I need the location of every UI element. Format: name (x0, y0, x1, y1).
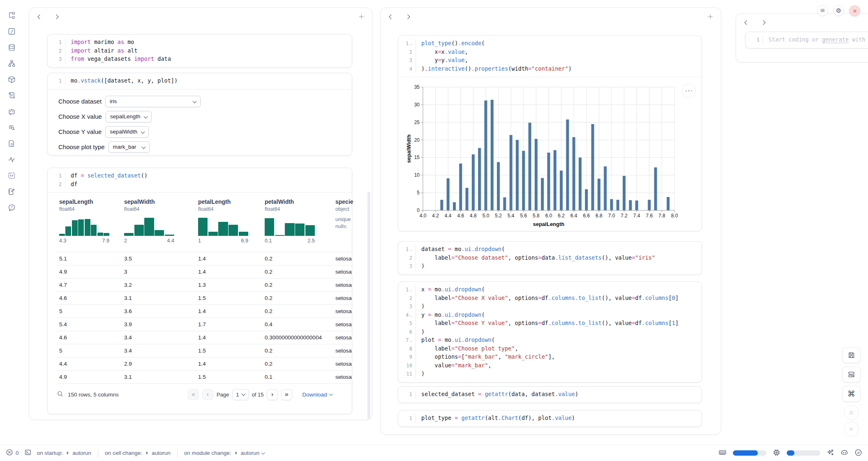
add-cell-button[interactable] (358, 14, 365, 21)
code-line[interactable]: 6) (398, 328, 702, 337)
nav-back-icon[interactable] (37, 14, 42, 19)
code-line[interactable]: 5 label="Choose Y value", options=df.col… (398, 319, 702, 328)
code-editor[interactable]: 1import marimo as mo2import altair as al… (48, 35, 352, 67)
column-name[interactable]: petalLength (198, 198, 262, 205)
search-documentation-icon[interactable] (7, 123, 16, 132)
fold-chevron-icon[interactable]: ⌄ (410, 40, 412, 47)
code-line[interactable]: 1⌄plot_type().encode( (398, 39, 702, 48)
code-line[interactable]: 10 value="mark_bar", (398, 362, 702, 370)
code-input[interactable]: Start coding or generate with (763, 36, 868, 44)
ai-chat-icon[interactable] (7, 107, 16, 116)
nav-forward-icon[interactable] (761, 20, 765, 25)
run-button[interactable] (844, 422, 859, 437)
panel-layout-button[interactable] (842, 366, 861, 383)
menu-button[interactable] (817, 5, 828, 16)
nav-forward-icon[interactable] (54, 14, 58, 19)
functions-icon[interactable]: ƒ (7, 27, 16, 36)
scrollbar-thumb[interactable] (367, 192, 370, 419)
nav-back-icon[interactable] (389, 14, 393, 19)
logs-icon[interactable] (7, 91, 16, 100)
chart-menu-button[interactable] (682, 84, 696, 98)
code-editor[interactable]: 1mo.vstack([dataset, x, y, plot]) (48, 73, 352, 89)
nav-forward-icon[interactable] (405, 14, 410, 19)
code-line[interactable]: 9 options=["mark_bar", "mark_circle"], (398, 353, 702, 362)
database-icon[interactable] (7, 43, 16, 52)
connection-status-icon[interactable] (854, 449, 862, 458)
table-row[interactable]: 4.63.41.40.30000000000000004setosa (57, 331, 353, 344)
download-button[interactable]: Download (302, 392, 332, 398)
table-row[interactable]: 5.13.51.40.2setosa (57, 252, 353, 265)
table-row[interactable]: 53.41.50.2setosa (57, 344, 353, 357)
code-line[interactable]: 2 label="Choose X value", options=df.col… (398, 294, 702, 303)
column-name[interactable]: sepalLength (59, 198, 122, 205)
search-icon[interactable] (57, 390, 64, 399)
code-line[interactable]: 3) (398, 302, 702, 311)
code-line[interactable]: 2df (48, 180, 352, 189)
code-editor[interactable]: 1plot_type = getattr(alt.Chart(df), plot… (398, 410, 702, 426)
dropdown-choose-y-value[interactable]: sepalWidth (105, 126, 149, 138)
dropdown-choose-x-value[interactable]: sepalLength (106, 111, 152, 122)
generate-link[interactable]: generate (822, 36, 849, 43)
runtime-setting-2[interactable]: on module change:autorun (184, 450, 265, 456)
fold-chevron-icon[interactable]: ⌄ (410, 311, 412, 319)
code-line[interactable]: 1⌄dataset = mo.ui.dropdown( (398, 245, 702, 254)
fold-chevron-icon[interactable]: ⌄ (410, 286, 412, 293)
save-button[interactable] (842, 347, 861, 363)
fold-chevron-icon[interactable]: ⌄ (410, 337, 412, 344)
dependency-graph-icon[interactable] (7, 59, 16, 68)
altair-chart[interactable]: 4.04.24.44.64.85.05.25.45.65.86.06.26.46… (398, 77, 702, 234)
copilot-button[interactable] (840, 449, 848, 458)
table-row[interactable]: 4.42.91.40.2setosa (57, 357, 353, 370)
prev-page-button[interactable] (202, 389, 213, 400)
code-line[interactable]: 1import marimo as mo (48, 38, 352, 47)
code-line[interactable]: 7⌄plot = mo.ui.dropdown( (398, 336, 702, 345)
runtime-setting-0[interactable]: on startup:autorun (37, 450, 92, 456)
packages-icon[interactable] (7, 75, 16, 84)
next-page-button[interactable] (267, 389, 278, 400)
dropdown-choose-plot-type[interactable]: mark_bar (108, 141, 150, 153)
code-editor[interactable]: 1⌄dataset = mo.ui.dropdown(2 label="Choo… (398, 242, 702, 274)
table-row[interactable]: 4.63.11.50.2setosa (57, 291, 353, 304)
code-line[interactable]: 1selected_dataset = getattr(data, datase… (398, 390, 702, 399)
code-line[interactable]: 8 label="Choose plot type", (398, 345, 702, 353)
code-line[interactable]: 11) (398, 370, 702, 378)
dropdown-choose-dataset[interactable]: iris (105, 96, 201, 107)
table-row[interactable]: 4.931.40.2setosa (57, 265, 353, 278)
table-row[interactable]: 53.61.40.2setosa (57, 304, 353, 318)
table-row[interactable]: 4.73.21.30.2setosa (57, 278, 353, 291)
scratchpad-icon[interactable] (7, 187, 16, 196)
code-line[interactable]: 1⌄x = mo.ui.dropdown( (398, 286, 702, 294)
errors-indicator[interactable]: 0 (6, 449, 19, 457)
code-editor[interactable]: 1df = selected_dataset()2df (48, 168, 352, 192)
code-line[interactable]: 4).interactive().properties(width="conta… (398, 65, 702, 74)
code-snippets-icon[interactable] (7, 171, 16, 180)
code-line[interactable]: 2 label="Choose dataset", options=data.l… (398, 254, 702, 263)
ai-sparkle-button[interactable] (826, 449, 834, 458)
table-row[interactable]: 4.93.11.50.1setosa (57, 370, 353, 383)
column-name[interactable]: petalWidth (265, 198, 333, 205)
documentation-icon[interactable] (7, 139, 16, 148)
terminal-button[interactable] (24, 449, 32, 457)
last-page-button[interactable] (281, 389, 292, 400)
code-line[interactable]: 2 x=x.value, (398, 48, 702, 57)
code-line[interactable]: 1plot_type = getattr(alt.Chart(df), plot… (398, 414, 702, 423)
help-icon[interactable]: ? (7, 203, 16, 212)
table-row[interactable]: 5.43.91.70.4setosa (57, 318, 353, 331)
code-line[interactable]: 3) (398, 262, 702, 271)
code-editor[interactable]: 1⌄x = mo.ui.dropdown(2 label="Choose X v… (398, 282, 702, 382)
nav-back-icon[interactable] (744, 20, 749, 25)
tracing-icon[interactable] (7, 155, 16, 164)
code-editor[interactable]: 1selected_dataset = getattr(data, datase… (398, 387, 702, 403)
column-name[interactable]: species (335, 198, 353, 205)
code-line[interactable]: 3 y=y.value, (398, 56, 702, 65)
first-page-button[interactable] (188, 389, 199, 400)
code-line[interactable]: 1mo.vstack([dataset, x, y, plot]) (48, 77, 352, 85)
close-button[interactable] (849, 5, 860, 16)
code-line[interactable]: 4⌄y = mo.ui.dropdown( (398, 311, 702, 320)
fold-chevron-icon[interactable]: ⌄ (410, 246, 412, 253)
settings-button[interactable]: ⚙ (833, 5, 844, 16)
code-line[interactable]: 3from vega_datasets import data (48, 55, 352, 64)
column-name[interactable]: sepalWidth (124, 198, 196, 205)
runtime-setting-1[interactable]: on cell change:autorun (105, 450, 171, 456)
page-select[interactable]: 1 (232, 389, 248, 400)
